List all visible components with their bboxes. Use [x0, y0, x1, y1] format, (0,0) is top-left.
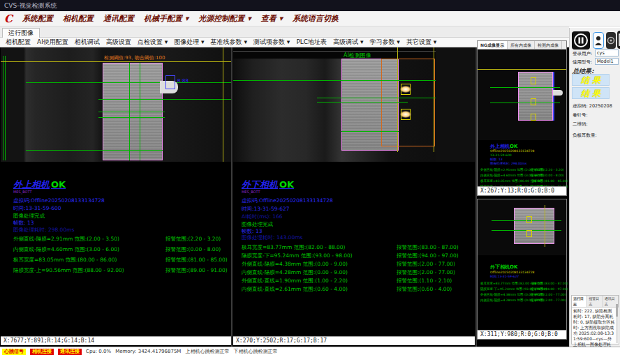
tool-image-process[interactable]: 图像处理 ▾ — [174, 38, 204, 47]
pause-button[interactable] — [572, 31, 590, 50]
result-ok: OK — [510, 264, 517, 270]
measurement-row: 隔膜宽度-上=90.56mm 范围:(88.00 - 92.00) 报警范围:(… — [13, 267, 230, 274]
ng-mini-image[interactable] — [478, 50, 566, 140]
overlay-line — [545, 205, 545, 247]
tab-ng-display[interactable]: NG成像显示 — [478, 41, 508, 49]
login-user-label: 登录用户: — [573, 51, 592, 57]
mini-result-title: 外下相机OK — [490, 264, 517, 271]
tool-baseline-params[interactable]: 基准线参数 ▾ — [211, 38, 247, 47]
tool-camera-debug[interactable]: 相机调试 — [75, 38, 100, 47]
tool-other-settings[interactable]: 其它设置 ▾ — [406, 38, 436, 47]
tab-run-image[interactable]: 运行图像 — [2, 28, 40, 38]
pixel-coords-readout: X:267;Y:13;R:0;G:0;B:0 — [478, 186, 566, 195]
measurement-row: 内侧直线-直线=2.61mm 范围:(0.60 - 4.00) 报警范围:(0.… — [242, 286, 472, 293]
tool-test-params[interactable]: 测试项参数 ▾ — [253, 38, 290, 47]
model-field[interactable]: Model1 — [595, 58, 619, 65]
tool-plc-address[interactable]: PLC地址表 — [296, 38, 327, 47]
overlay-line — [223, 47, 223, 162]
tab-alarm-log[interactable]: 报警日志 — [587, 296, 603, 307]
virtual-code: 虚拟码:Offline20250208133134728 — [242, 197, 333, 204]
measurement-row: 隔膜宽度-下=95.24mm 范围:(93.00 - 98.00) 报警范围:(… — [242, 252, 472, 259]
menu-comm-config[interactable]: 通讯配置 — [103, 13, 134, 24]
overlay-line — [478, 69, 566, 70]
tool-camera-config[interactable]: 相机配置 — [6, 38, 31, 47]
overlay-line — [1, 61, 231, 62]
process-done: 图像处理完成 — [13, 213, 45, 220]
log-scrollbar-thumb[interactable] — [616, 304, 618, 317]
mini-elapsed: 图像处理耗时: 298.00ms — [490, 162, 526, 165]
alarm-range: 报警范围:(89.00 - 91.00) — [165, 267, 228, 274]
measurement-row: 极耳宽度=83.77mm 范围:(82.00 - 88.00) 报警范围:(83… — [242, 244, 472, 251]
tab-run-log[interactable]: 运行日志 — [572, 296, 587, 307]
log-scrollbar[interactable] — [616, 304, 618, 343]
pause-icon — [572, 31, 590, 50]
glow-spot — [400, 86, 411, 93]
threshold-label: 检测阈值:93, 吻合阈值:100 — [104, 54, 165, 61]
overlay-line — [553, 72, 554, 121]
monitor-button[interactable] — [606, 32, 616, 49]
mes-label: MES_BOTT — [13, 190, 31, 194]
mini-image[interactable] — [478, 199, 566, 255]
overlay-line — [26, 150, 163, 151]
overlay-line — [3, 56, 3, 160]
pixel-coords-readout: X:311;Y:980;R:0;G:0;B:0 — [478, 330, 566, 339]
alarm-range: 报警范围:(2.00 - 77.00) — [531, 293, 566, 296]
camera-image-upper[interactable]: R:88 检测阈值:93, 吻合阈值:100 — [1, 47, 231, 162]
alarm-range: 报警范围:(81.00 - 85.00) — [531, 179, 568, 183]
camera-image-lower[interactable]: AI检测图像 — [233, 47, 475, 162]
measure-value: 内侧直线-隔膜=4.28mm 范围:(0.00 - 9.00) — [242, 269, 348, 275]
cpu-usage: Cpu: 0.0% — [86, 349, 111, 354]
alarm-range: 报警范围:(0.60 - 4.00) — [397, 286, 452, 293]
mini-measurement-row: 极耳宽度=83.05mm 范围:(80.00 - 86.00)报警范围:(81.… — [480, 179, 564, 183]
tool-ai-config[interactable]: AI使用配置 — [37, 38, 68, 47]
measure-value: 隔膜宽度-上=90.56mm 范围:(88.00 - 92.00) — [13, 267, 124, 273]
menu-view[interactable]: 查看 ▾ — [261, 13, 283, 24]
menu-light-config[interactable]: 光源控制配置 ▾ — [198, 13, 251, 24]
measurement-row: 外侧直线-隔膜=2.91mm 范围:(2.00 - 3.50) 报警范围:(2.… — [13, 236, 230, 243]
menu-robot-config[interactable]: 机械手配置 ▾ — [144, 13, 189, 24]
process-done: 图像处理完成 — [242, 221, 273, 228]
overlay-line — [5, 56, 6, 160]
marker-box — [165, 75, 175, 89]
time-stamp: 时间:13-31-59-600 — [13, 205, 61, 212]
model-label: 使用型号: — [573, 59, 592, 66]
virtual-code-label: 虚拟码: 20250208 — [573, 103, 612, 109]
virtual-code: 虚拟码:Offline20250208133134728 — [13, 197, 105, 204]
tab-all-images[interactable]: 所有内成像 — [508, 41, 535, 49]
login-user-field[interactable]: cys — [595, 50, 619, 56]
window-title: CVS-视觉检测系统 — [4, 2, 57, 9]
exit-button[interactable] — [617, 31, 620, 49]
exit-door-icon — [617, 31, 620, 49]
tab-detect-images[interactable]: 检测内成像 — [535, 41, 562, 49]
virtual-code-value: 20250208 — [589, 103, 612, 109]
log-panel: 运行日志 报警日志 通讯日志 耗时: 222, 缺陷检测耗时: 17, 缺陷分离… — [571, 295, 619, 344]
measurement-row: 内侧直线-隔膜=4.60mm 范围:(3.00 - 6.00) 报警范围:(0.… — [13, 246, 230, 253]
overlay-line — [490, 103, 560, 103]
pixel-coords-readout: X:270;Y:2502;R:17;G:17;B:17 — [233, 336, 475, 345]
menu-language-switch[interactable]: 系统语言切换 — [293, 13, 339, 24]
marker-box — [531, 114, 536, 121]
alarm-range: 报警范围:(2.00 - 77.00) — [397, 261, 455, 268]
menu-camera-config[interactable]: 相机配置 — [63, 13, 94, 24]
qr-code-label: 二维码: — [573, 121, 588, 128]
overlay-line — [317, 102, 408, 103]
camera-connection-badge: 相机连接 — [30, 349, 54, 355]
ai-elapsed: AI耗时(ms): 166 — [242, 213, 283, 220]
glow-spot — [400, 111, 411, 118]
mes-label: MES_BOTT — [242, 190, 260, 194]
alarm-range: 报警范围:(83.00 - 87.00) — [531, 282, 568, 285]
alarm-range: 报警范围:(1.10 - 2.10) — [397, 278, 452, 285]
mini-time: 时间:13-31-59-627 — [490, 275, 519, 278]
overlay-line — [98, 117, 165, 118]
tool-learn-params[interactable]: 学习参数 ▾ — [370, 38, 400, 47]
user-button[interactable] — [593, 32, 604, 49]
menu-system-config[interactable]: 系统配置 — [22, 13, 53, 24]
tool-advanced-settings[interactable]: 高级设置 — [106, 38, 131, 47]
overlay-line — [26, 82, 231, 83]
measure-value: 内侧直线-直线=2.61mm 范围:(0.60 - 4.00) — [242, 286, 348, 292]
overlay-line — [341, 131, 399, 132]
measure-value: 隔膜宽度-下=95.24mm 范围:(93.00 - 98.00) — [242, 252, 353, 259]
measurement-row: 内侧直线-隔膜=4.28mm 范围:(0.00 - 9.00) 报警范围:(2.… — [242, 269, 472, 276]
tool-spot-check[interactable]: 点检设置 ▾ — [138, 38, 168, 47]
tool-advanced-debug[interactable]: 高级调试 ▾ — [333, 38, 363, 47]
